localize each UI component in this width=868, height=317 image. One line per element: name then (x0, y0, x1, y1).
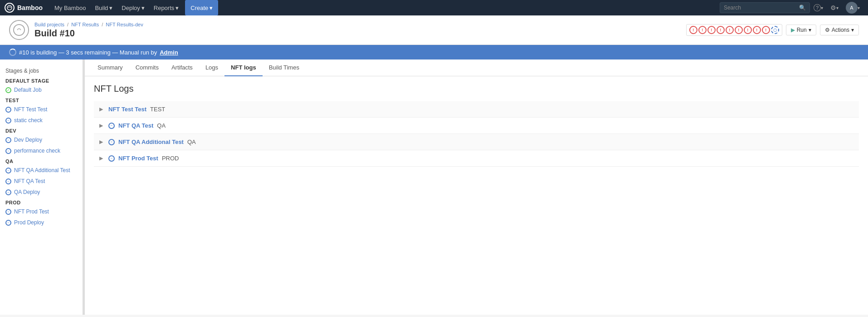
main-layout: Stages & jobs Default Stage ✓ Default Jo… (0, 59, 868, 315)
log-row-link[interactable]: NFT Prod Test (118, 155, 158, 162)
dev-deploy-link[interactable]: Dev Deploy (14, 137, 42, 143)
nft-qa-test-link[interactable]: NFT QA Test (14, 178, 45, 184)
sidebar-item-performance-check[interactable]: − performance check (0, 145, 83, 156)
gear-icon: ⚙ (825, 27, 830, 33)
build-status-bar: #10 is building — 3 secs remaining — Man… (0, 45, 868, 59)
svg-point-1 (14, 25, 24, 35)
stage-icon-1[interactable]: ! (689, 26, 697, 34)
nav-deploy[interactable]: Deploy ▾ (117, 0, 149, 15)
status-icon-blue: − (5, 107, 11, 113)
stage-icon-6[interactable]: ! (735, 26, 743, 34)
admin-link[interactable]: Admin (160, 49, 178, 56)
nft-test-test-link[interactable]: NFT Test Test (14, 106, 47, 113)
sidebar-item-nft-qa-additional-test[interactable]: − NFT QA Additional Test (0, 165, 83, 176)
default-stage-header: Default Stage (0, 76, 83, 84)
expand-arrow-icon[interactable]: ▶ (99, 155, 105, 161)
search-input[interactable] (724, 5, 796, 11)
tab-nft-logs[interactable]: NFT logs (224, 59, 263, 76)
log-row-badge: TEST (150, 106, 165, 113)
status-icon-blue: − (5, 209, 11, 215)
chevron-down-icon: ▾ (821, 5, 823, 10)
content-area: Summary Commits Artifacts Logs NFT logs … (85, 59, 868, 315)
header-right: ! ! ! ! ! ! ! ! ! ◌ ▶ Run ▾ ⚙ Actions ▾ (686, 24, 859, 36)
sidebar-item-default-job[interactable]: ✓ Default Job (0, 84, 83, 95)
tab-artifacts[interactable]: Artifacts (165, 59, 199, 76)
log-status-icon: − (108, 123, 115, 129)
sidebar-item-nft-qa-test[interactable]: − NFT QA Test (0, 176, 83, 187)
status-icon-blue: − (5, 137, 11, 143)
chevron-down-icon: ▾ (176, 5, 179, 11)
stage-icon-7[interactable]: ! (744, 26, 752, 34)
sidebar-item-qa-deploy[interactable]: − QA Deploy (0, 187, 83, 198)
bamboo-logo[interactable]: Bamboo (5, 3, 43, 13)
help-button[interactable]: ? ▾ (810, 0, 827, 15)
settings-button[interactable]: ⚙ ▾ (827, 0, 842, 15)
stage-icon-2[interactable]: ! (698, 26, 707, 34)
tab-commits[interactable]: Commits (129, 59, 165, 76)
nav-my-bamboo[interactable]: My Bamboo (50, 0, 90, 15)
chevron-down-icon: ▾ (141, 5, 145, 11)
stage-icon-10[interactable]: ◌ (771, 26, 779, 34)
chevron-down-icon: ▾ (858, 5, 860, 10)
run-icon: ▶ (791, 27, 795, 33)
breadcrumb-nft-results[interactable]: NFT Results (71, 22, 99, 27)
performance-check-link[interactable]: performance check (14, 148, 60, 154)
log-row-link[interactable]: NFT QA Test (118, 122, 153, 129)
tab-summary[interactable]: Summary (91, 59, 129, 76)
user-menu-button[interactable]: A ▾ (842, 0, 863, 15)
nav-reports[interactable]: Reports ▾ (149, 0, 184, 15)
search-icon: 🔍 (799, 5, 806, 11)
log-row-badge: QA (157, 122, 166, 129)
prod-deploy-link[interactable]: Prod Deploy (14, 219, 44, 226)
nft-qa-additional-test-link[interactable]: NFT QA Additional Test (14, 167, 70, 173)
stage-icon-4[interactable]: ! (717, 26, 725, 34)
tab-logs[interactable]: Logs (199, 59, 224, 76)
sidebar-item-dev-deploy[interactable]: − Dev Deploy (0, 134, 83, 145)
chevron-down-icon: ▾ (809, 27, 811, 33)
stage-icon-8[interactable]: ! (753, 26, 761, 34)
build-status-icon (9, 20, 29, 40)
qa-deploy-link[interactable]: QA Deploy (14, 189, 40, 195)
stage-icon-9[interactable]: ! (762, 26, 770, 34)
status-icon-blue: − (5, 168, 11, 173)
status-icon-blue: − (5, 148, 11, 154)
top-navigation: Bamboo My Bamboo Build ▾ Deploy ▾ Report… (0, 0, 868, 15)
log-row: ▶ − NFT QA Test QA (94, 118, 859, 134)
stage-icon-3[interactable]: ! (707, 26, 716, 34)
log-row: ▶ NFT Test Test TEST (94, 101, 859, 118)
svg-point-0 (7, 5, 12, 10)
expand-arrow-icon[interactable]: ▶ (99, 123, 105, 129)
log-row-link[interactable]: NFT Test Test (108, 106, 146, 113)
default-job-link[interactable]: Default Job (14, 87, 42, 93)
stage-icon-5[interactable]: ! (726, 26, 734, 34)
sidebar-item-static-check[interactable]: − static check (0, 115, 83, 126)
nav-create[interactable]: Create ▾ (185, 0, 218, 15)
sidebar-item-nft-prod-test[interactable]: − NFT Prod Test (0, 206, 83, 217)
avatar: A (846, 2, 858, 14)
breadcrumb-build-projects[interactable]: Build projects (34, 22, 64, 27)
expand-arrow-icon[interactable]: ▶ (99, 106, 105, 112)
breadcrumb-nft-results-dev[interactable]: NFT Results-dev (106, 22, 143, 27)
build-info: Build projects / NFT Results / NFT Resul… (34, 22, 143, 39)
log-row: ▶ − NFT Prod Test PROD (94, 150, 859, 167)
status-icon-blue: − (5, 189, 11, 195)
stages-jobs-label: Stages & jobs (0, 64, 83, 76)
sidebar-item-prod-deploy[interactable]: − Prod Deploy (0, 217, 83, 228)
sidebar-item-nft-test-test[interactable]: − NFT Test Test (0, 104, 83, 115)
tab-build-times[interactable]: Build Times (263, 59, 306, 76)
static-check-link[interactable]: static check (14, 117, 43, 124)
log-row-link[interactable]: NFT QA Additional Test (118, 139, 184, 145)
expand-arrow-icon[interactable]: ▶ (99, 139, 105, 145)
qa-stage-header: QA (0, 156, 83, 165)
log-row-badge: QA (187, 139, 196, 145)
actions-button[interactable]: ⚙ Actions ▾ (820, 25, 859, 35)
status-icon-blue: − (5, 118, 11, 124)
gear-icon: ⚙ (830, 4, 836, 11)
log-status-icon: − (108, 155, 115, 162)
nft-prod-test-link[interactable]: NFT Prod Test (14, 208, 49, 215)
nav-build[interactable]: Build ▾ (90, 0, 117, 15)
run-button[interactable]: ▶ Run ▾ (786, 25, 816, 35)
search-box[interactable]: 🔍 (720, 2, 810, 13)
chevron-down-icon: ▾ (210, 5, 213, 11)
log-row-badge: PROD (162, 155, 179, 162)
